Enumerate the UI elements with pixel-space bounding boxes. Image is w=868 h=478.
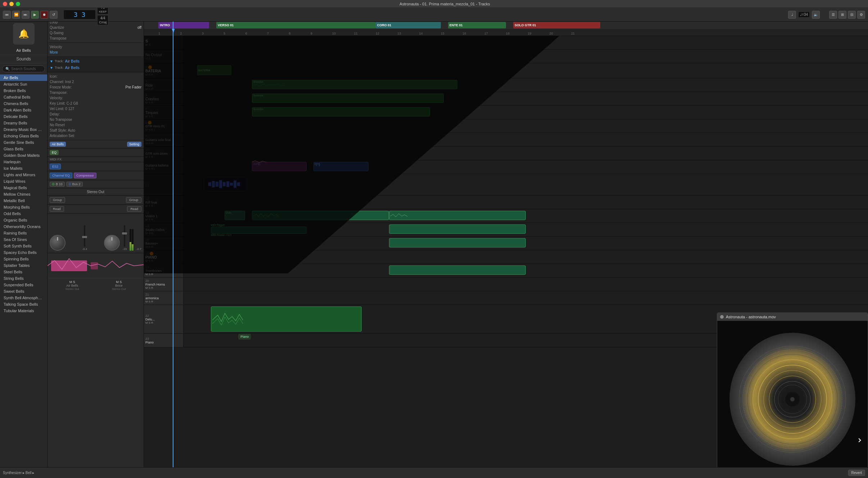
library-item-liquid-wires[interactable]: Liquid Wires [0, 178, 47, 185]
mute-ride[interactable]: M [145, 87, 148, 91]
library-item-ice-mallets[interactable]: Ice Mallets [0, 165, 47, 172]
library-item-synth-bell[interactable]: Synth Bell Atmosphere [0, 295, 47, 301]
mute-gtr[interactable]: M [145, 128, 148, 131]
rewind-button[interactable]: ⏮ [3, 11, 11, 19]
solo-s[interactable]: S [149, 43, 150, 46]
solo-tromb[interactable]: S [149, 273, 150, 276]
mute-gsolo[interactable]: M [145, 142, 148, 145]
list-view-button[interactable]: ☰ [829, 11, 837, 19]
search-box[interactable]: 🔍 Search Sounds [2, 65, 45, 72]
input-gtr[interactable]: I [154, 128, 155, 131]
zoom-button[interactable]: ⊟ [848, 11, 856, 19]
library-item-otherworldly[interactable]: Otherworldly Oceans [0, 223, 47, 230]
library-item-spinning-bells[interactable]: Spinning Bells [0, 256, 47, 262]
mute-delu[interactable]: M [145, 321, 148, 324]
mute-piano[interactable]: M [145, 259, 148, 263]
region-cellos-midi[interactable] [211, 227, 307, 234]
rec-riff[interactable]: R [151, 204, 153, 208]
compressor-btn[interactable]: Compressor [74, 173, 96, 178]
minimize-button[interactable] [9, 2, 14, 6]
solo-gblues[interactable]: S [149, 155, 150, 159]
rec-delu[interactable]: R [151, 321, 153, 324]
mute-cellos[interactable]: M [145, 232, 148, 235]
group-btn[interactable]: Group [50, 197, 65, 203]
library-item-mellow-chimes[interactable]: Mellow Chimes [0, 191, 47, 197]
rec-timpani[interactable]: R [151, 115, 153, 118]
mute-crashes[interactable]: M [145, 101, 148, 104]
mute-basses[interactable]: M [145, 245, 148, 249]
library-item-morphing-bells[interactable]: Morphing Bells [0, 204, 47, 210]
library-item-metallic-bell[interactable]: Metallic Bell [0, 197, 47, 204]
es2-btn[interactable]: ES2 [50, 164, 61, 169]
region-blue[interactable] [313, 162, 368, 171]
mute-armonica[interactable]: M [145, 300, 148, 303]
region-brooklyn-1[interactable]: Brooklyn [252, 80, 457, 89]
group-btn2[interactable]: Group [126, 197, 141, 203]
fader-1[interactable] [84, 225, 85, 247]
ms-btn-2[interactable]: M S [112, 280, 126, 284]
library-item-echoing-glass[interactable]: Echoing Glass Bells [0, 133, 47, 139]
region-brooklyn-2[interactable]: Brooklyn [252, 94, 444, 103]
speaker-button[interactable]: 🔈 [812, 11, 820, 19]
mute-bateria[interactable]: M [145, 73, 148, 76]
instrument-icon[interactable]: 🔔 [13, 23, 35, 45]
solo-ride[interactable]: S [149, 87, 150, 91]
skip-back-button[interactable]: ⏭ [22, 11, 30, 19]
solo-armonica[interactable]: S [149, 300, 150, 303]
region-midi-2[interactable] [389, 211, 526, 220]
metronome-button[interactable]: ♩ [788, 11, 796, 19]
library-item-air-bells[interactable]: Air Bells [0, 74, 47, 81]
solo-delu[interactable]: S [149, 321, 150, 324]
library-item-delicate-bells[interactable]: Delicate Bells [0, 113, 47, 120]
rec-gblues[interactable]: R [151, 155, 153, 159]
library-item-lights-mirrors[interactable]: Lights and Mirrors [0, 172, 47, 178]
rec-basses[interactable]: R [151, 245, 153, 249]
library-item-golden-bowl[interactable]: Golden Bowl Mallets [0, 152, 47, 159]
library-item-broken-bells[interactable]: Broken Bells [0, 87, 47, 94]
solo-gtr[interactable]: S [149, 128, 150, 131]
fader-2[interactable] [124, 225, 125, 247]
library-item-string-bells[interactable]: String Bells [0, 275, 47, 282]
region-bateria-label[interactable]: BATERIA [197, 65, 231, 75]
piano-label-region[interactable]: Piano [238, 334, 251, 340]
volume-knob-2[interactable] [104, 235, 120, 251]
revert-button[interactable]: Revert [848, 470, 865, 476]
waveform-widget[interactable] [204, 177, 247, 191]
solo-timpani[interactable]: S [149, 115, 150, 118]
region-cellos-midi2[interactable] [389, 224, 526, 234]
solo-gballena[interactable]: S [149, 167, 150, 170]
rec-tromb[interactable]: R [151, 273, 153, 276]
channel-eq-btn[interactable]: Channel EQ [50, 173, 72, 178]
rec-cellos[interactable]: R [151, 232, 153, 235]
library-item-glass-bells[interactable]: Glass Bells [0, 146, 47, 152]
back-button[interactable]: ⏪ [12, 11, 20, 19]
library-item-sea-sines[interactable]: Sea Of Sines [0, 236, 47, 243]
bus2-btn[interactable]: Bus 2 [66, 182, 83, 187]
window-button[interactable]: ⊞ [838, 11, 846, 19]
region-midi-1[interactable] [252, 211, 389, 220]
instrument-btn[interactable]: Air Bells [50, 142, 66, 147]
library-item-gentle-sine[interactable]: Gentle Sine Bells [0, 139, 47, 146]
rec-gsolo[interactable]: R [151, 142, 153, 145]
rec-violins[interactable]: R [151, 218, 153, 221]
video-preview-window[interactable]: Astronauta - astronauta.mov [717, 313, 868, 478]
mute-riff[interactable]: M [145, 204, 148, 208]
solo-gsolo[interactable]: S [149, 142, 150, 145]
eq-btn[interactable]: EQ [50, 150, 59, 155]
solo-crashes[interactable]: S [149, 101, 150, 104]
library-item-raining-bells[interactable]: Raining Bells [0, 230, 47, 236]
mute-tromb[interactable]: M [145, 273, 148, 276]
rec-fhorns[interactable]: R [151, 286, 153, 290]
solo-fhorns[interactable]: S [149, 286, 150, 290]
volume-knob-1[interactable] [50, 235, 65, 251]
library-item-magical-bells[interactable]: Magical Bells [0, 185, 47, 191]
library-item-dreamy-music-box[interactable]: Dreamy Music Box Bells [0, 126, 47, 133]
close-button[interactable] [3, 2, 7, 6]
settings-button[interactable]: ⚙ [857, 11, 865, 19]
library-item-spacey-echo[interactable]: Spacey Echo Bells [0, 249, 47, 256]
region-brooklyn-3[interactable]: Brooklyn [252, 107, 430, 117]
library-item-suspended-bells[interactable]: Suspended Bells [0, 282, 47, 288]
library-item-dreamy-bells[interactable]: Dreamy Bells [0, 120, 47, 126]
mute-gblues[interactable]: M [145, 155, 148, 159]
record-button[interactable]: ⏺ [40, 11, 48, 19]
